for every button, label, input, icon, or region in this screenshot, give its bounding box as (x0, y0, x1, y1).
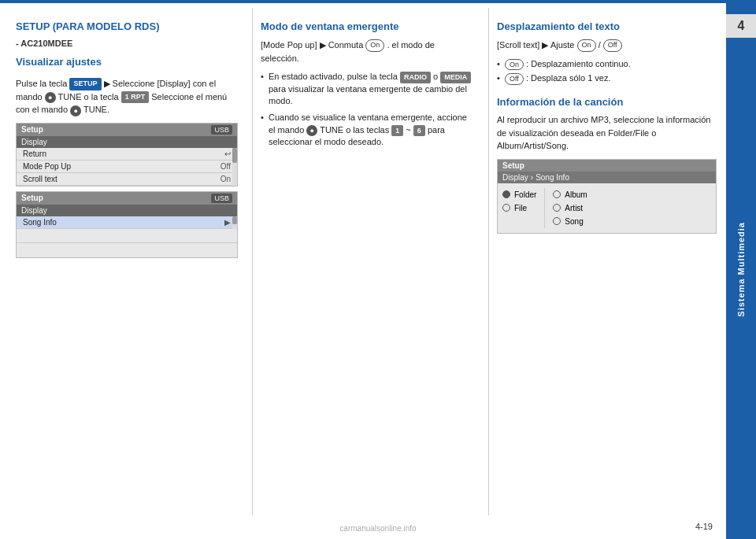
bullet-item-1: En estado activado, pulse la tecla RADIO… (261, 71, 474, 107)
tune-circle-badge: ● (45, 92, 56, 103)
menu-display-songinfo-box: Setup USB Display Song Info ▶ (16, 191, 238, 258)
chapter-tab: 4 Sistema Multimedia (726, 0, 756, 539)
on-badge-mid: On (365, 39, 384, 52)
tune-circle-mid: ● (306, 125, 317, 136)
folder-file-group: Folder File (502, 188, 545, 228)
setup-badge: SETUP (69, 78, 101, 90)
watermark: carmanualsonline.info (339, 524, 416, 533)
menu-box-2: Setup USB Display Song Info ▶ (16, 191, 238, 258)
artist-radio (553, 204, 561, 212)
mid-bullet-list: En estado activado, pulse la tecla RADIO… (261, 71, 474, 148)
off-badge-right: Off (603, 39, 622, 52)
on-badge-right: On (577, 39, 596, 52)
menu-usb-badge-2: USB (211, 194, 232, 203)
left-column: SETUP (PARA MODELO RDS) - AC210MDEE Visu… (16, 8, 252, 515)
breadcrumb-arrow: › (531, 173, 533, 182)
mid-intro: [Mode Pop up] ▶ Conmuta On . el modo de … (261, 39, 474, 65)
folder-option[interactable]: Folder (502, 188, 536, 201)
left-section-title: SETUP (PARA MODELO RDS) (16, 20, 238, 34)
menu-subheader-2: Display (17, 205, 237, 216)
menu-item-scrolltext[interactable]: Scroll text On (17, 173, 237, 186)
main-content: SETUP (PARA MODELO RDS) - AC210MDEE Visu… (16, 8, 717, 515)
scrollbar-track-1 (232, 148, 237, 186)
album-artist-song-group: Album Artist Song (545, 188, 587, 228)
menu-item-empty-2 (17, 243, 237, 257)
rpt-badge: 1 RPT (121, 91, 150, 104)
scroll-bullet-1: On : Desplazamiento continuo. (497, 58, 717, 70)
scrollbar-thumb-2 (232, 216, 237, 224)
album-label: Album (565, 190, 587, 199)
chapter-number: 4 (726, 14, 756, 38)
song-info-menu-box: Setup Display › Song Info Folder File (497, 159, 717, 234)
visualizar-title: Visualizar ajustes (16, 56, 238, 69)
menu-header-1: Setup USB (17, 124, 237, 136)
file-label: File (514, 204, 527, 212)
file-radio (502, 204, 510, 212)
menu-usb-badge-1: USB (211, 125, 232, 135)
menu-display-box: Setup USB Display Return ↩ Mode Pop Up O… (16, 123, 238, 186)
menu-item-modepopup[interactable]: Mode Pop Up Off (17, 161, 237, 173)
chapter-label: Sistema Multimedia (736, 222, 747, 317)
left-ac-subtitle: - AC210MDEE (16, 39, 238, 48)
right-column: Desplazamiento del texto [Scroll text] ▶… (488, 8, 717, 515)
tune-circle-badge-2: ● (70, 105, 81, 116)
media-badge: MEDIA (440, 72, 471, 83)
menu-box-1: Setup USB Display Return ↩ Mode Pop Up O… (16, 123, 238, 186)
menu-subheader-1: Display (17, 136, 237, 148)
file-option[interactable]: File (502, 201, 536, 215)
menu-item-songinfo[interactable]: Song Info ▶ (17, 216, 237, 229)
folder-radio (502, 190, 510, 198)
song-info-body: Al reproducir un archivo MP3, seleccione… (497, 113, 717, 153)
scroll-bullet-2: Off : Desplaza sólo 1 vez. (497, 72, 717, 84)
artist-option[interactable]: Artist (553, 201, 587, 215)
song-label: Song (565, 217, 583, 226)
artist-label: Artist (565, 204, 583, 212)
off-badge-bullet: Off (505, 73, 524, 85)
menu-header-title-2: Setup (21, 194, 43, 202)
menu-header-title-1: Setup (21, 125, 43, 134)
folder-label: Folder (514, 190, 536, 199)
scroll-text-intro: [Scroll text] ▶ Ajuste On / Off (497, 39, 717, 52)
menu-item-empty-1 (17, 229, 237, 243)
body-text-3: TUNE o la tecla (58, 92, 121, 102)
song-info-options: Folder File Album Artist (498, 183, 716, 233)
scroll-bullets: On : Desplazamiento continuo. Off : Desp… (497, 58, 717, 85)
menu-item-return[interactable]: Return ↩ (17, 148, 237, 161)
song-radio (553, 217, 561, 225)
key6-badge: 6 (413, 125, 425, 137)
body-text-5: TUNE. (83, 105, 109, 114)
menu-header-2: Setup USB (17, 192, 237, 205)
key1-badge: 1 (391, 125, 403, 137)
middle-column: Modo de ventana emergente [Mode Pop up] … (252, 8, 488, 515)
breadcrumb-display: Display (502, 173, 528, 182)
mid-section-title: Modo de ventana emergente (261, 20, 474, 34)
on-badge-bullet: On (505, 59, 524, 71)
top-accent-line (0, 0, 756, 3)
song-option[interactable]: Song (553, 215, 587, 228)
body-text-1: Pulse la tecla (16, 79, 69, 88)
song-info-menu-header: Setup (498, 160, 716, 172)
left-body-instruction: Pulse la tecla SETUP ▶ Seleccione [Displ… (16, 77, 238, 116)
song-info-header-setup: Setup (502, 161, 524, 170)
scrollbar-thumb-1 (232, 148, 237, 163)
album-radio (553, 190, 561, 198)
page-number: 4-19 (695, 522, 713, 531)
bullet-item-2: Cuando se visualice la ventana emergente… (261, 112, 474, 148)
scroll-text-title: Desplazamiento del texto (497, 20, 717, 34)
song-info-breadcrumb: Display › Song Info (498, 172, 716, 183)
radio-badge: RADIO (400, 72, 431, 83)
breadcrumb-songinfo: Song Info (536, 173, 569, 182)
song-info-title: Información de la canción (497, 96, 717, 109)
scrollbar-track-2 (232, 216, 237, 229)
album-option[interactable]: Album (553, 188, 587, 201)
